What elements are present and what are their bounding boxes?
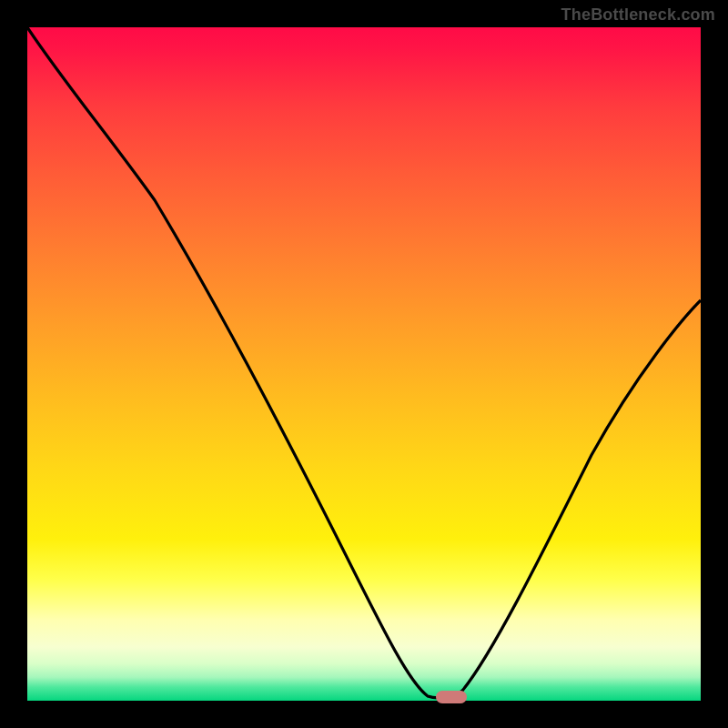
watermark: TheBottleneck.com <box>561 5 715 25</box>
chart-canvas: TheBottleneck.com <box>0 0 728 728</box>
bottleneck-curve <box>27 27 701 701</box>
curve-path <box>27 27 701 698</box>
optimal-point-marker <box>436 691 467 703</box>
